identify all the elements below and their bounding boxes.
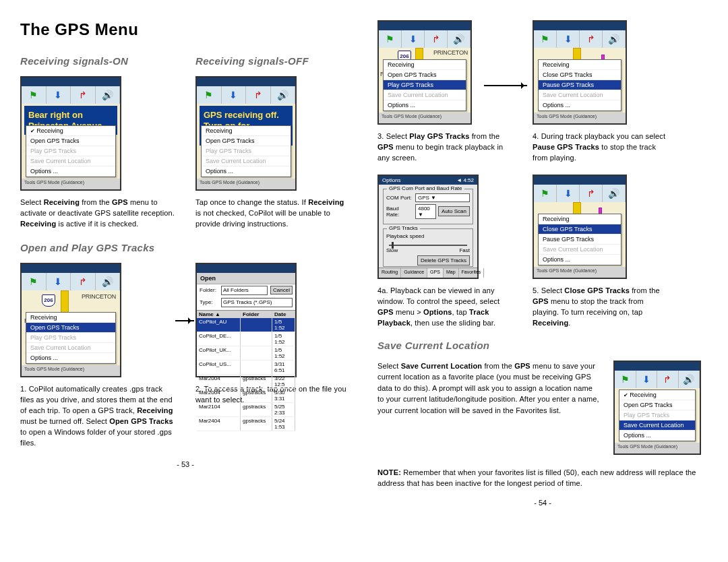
location-icon: ⬇ [402,30,425,48]
caption-step3: 3. Select Play GPS Tracks from the GPS m… [377,131,512,164]
gps-menu-popup: Receiving Open GPS Tracks Play GPS Track… [26,125,116,177]
heading-on: Receiving signals-ON [20,55,175,67]
screenshot-pause-tracks: ⚑ ⬇ ↱ 🔊 Receiving Close GPS Tracks Pause… [533,20,627,125]
toolbar-icons: ⚑ ⬇ ↱ 🔊 [22,86,120,104]
table-row[interactable]: Mar2404gpstracks5/24 1:53 [197,417,295,431]
flag-icon: ⚑ [534,30,557,48]
gps-menu-popup: Receiving Open GPS Tracks Play GPS Track… [26,312,116,364]
nav-icon: ↱ [580,185,603,202]
caption-on: Select Receiving from the GPS menu to ac… [20,197,175,230]
nav-icon: ↱ [425,30,448,48]
sound-icon: 🔊 [96,86,121,104]
dialog-title: Open [197,273,295,284]
menu-save-loc[interactable]: Save Current Location [26,343,115,353]
table-row[interactable]: Mar2004gpstracks3/22 12:5 [197,375,295,389]
location-icon: ⬇ [557,30,580,48]
location-icon: ⬇ [47,273,71,290]
table-row[interactable]: CoPilot_AU1/5 1:52 [197,318,295,332]
page: The GPS Menu Receiving signals-ON ⚑ ⬇ ↱ … [0,0,728,513]
table-row[interactable]: Mar2004gpstracks3/30 3:31 [197,389,295,403]
screenshot-open-dialog: Open Folder: All Folders Cancel Type: GP… [195,263,297,377]
screenshot-receiving-on: ⚑ ⬇ ↱ 🔊 Bear right on Princeton Avenue R… [20,76,121,191]
heading-off: Receiving signals-OFF [195,55,351,67]
com-port-select[interactable]: GPS ▼ [415,193,470,202]
nav-icon: ↱ [71,86,96,104]
caption-step5: 5. Select Close GPS Tracks from the GPS … [533,286,667,329]
arrow-icon [484,85,527,86]
caption-off: Tap once to change the status. If Receiv… [195,197,351,230]
menu-open-tracks[interactable]: Open GPS Tracks [202,136,291,146]
sound-icon: 🔊 [603,185,626,202]
menu-play-tracks[interactable]: Play GPS Tracks [202,146,291,156]
sound-icon: 🔊 [603,30,626,48]
gps-menu-popup: Receiving Open GPS Tracks Play GPS Track… [201,125,291,177]
table-row[interactable]: CoPilot_US...3/31 6:51 [197,361,295,375]
location-icon: ⬇ [222,86,247,104]
table-row[interactable]: CoPilot_DE...1/5 1:52 [197,332,295,346]
screenshot-options: Options◄ 4:52 GPS Com Port and Baud Rate… [377,175,479,279]
menu-play-tracks[interactable]: Play GPS Tracks [26,333,115,343]
note-text: NOTE: Remember that when your favorites … [377,467,708,489]
delete-tracks-button[interactable]: Delete GPS Tracks [417,255,470,266]
flag-icon: ⚑ [22,273,47,290]
cancel-button[interactable]: Cancel [270,286,293,294]
section-receiving-on: Receiving signals-ON ⚑ ⬇ ↱ 🔊 Bear right … [20,50,175,230]
right-column: ⚑ ⬇ ↱ 🔊 206 PRINCETON RRY VALLEY Receivi… [377,20,708,507]
autoscan-button[interactable]: Auto Scan [438,206,470,216]
screenshot-open-tracks: ⚑ ⬇ ↱ 🔊 206 PRINCETON RRY VALLEY Receivi… [20,263,121,377]
map-label: PRINCETON [82,293,116,300]
caption-step1: 1. CoPilot automatically creates .gps tr… [20,384,175,449]
page-title: The GPS Menu [20,20,351,39]
screenshot-receiving-off: ⚑ ⬇ ↱ 🔊 GPS receiving off. Turn on for n… [195,76,297,191]
type-select[interactable]: GPS Tracks (*.GPS) [221,298,293,307]
flag-icon: ⚑ [379,30,402,48]
caption-step4a: 4a. Playback can be viewed in any window… [377,286,512,329]
menu-options[interactable]: Options ... [202,166,291,177]
nav-icon: ↱ [580,30,603,48]
flag-icon: ⚑ [22,86,47,104]
menu-save-loc[interactable]: Save Current Location [26,156,115,166]
location-icon: ⬇ [636,371,658,388]
menu-receiving[interactable]: Receiving [202,126,291,136]
nav-icon: ↱ [657,371,679,388]
heading-save-location: Save Current Location [377,340,708,351]
screenshot-save-location: ⚑ ⬇ ↱ 🔊 206 Receiving Open GPS Tracks Pl… [613,361,701,455]
sound-icon: 🔊 [96,273,121,290]
menu-open-tracks[interactable]: Open GPS Tracks [26,136,115,146]
menu-play-tracks[interactable]: Play GPS Tracks [26,146,115,156]
sound-icon: 🔊 [448,30,471,48]
menu-open-tracks[interactable]: Open GPS Tracks [26,323,115,333]
folder-select[interactable]: All Folders [221,286,268,295]
flag-icon: ⚑ [197,86,222,104]
location-icon: ⬇ [557,185,580,202]
arrow-icon [175,320,194,321]
section-receiving-off: Receiving signals-OFF ⚑ ⬇ ↱ 🔊 GPS receiv… [195,50,351,230]
table-row[interactable]: CoPilot_UK...1/5 1:52 [197,346,295,361]
left-column: The GPS Menu Receiving signals-ON ⚑ ⬇ ↱ … [20,20,351,507]
menu-options[interactable]: Options ... [26,353,115,363]
nav-icon: ↱ [71,273,96,290]
playback-speed-slider[interactable] [389,245,467,246]
sound-icon: 🔊 [271,86,296,104]
options-tabs: Routing Guidance GPS Map Favorites [379,268,477,278]
menu-receiving[interactable]: Receiving [26,313,115,323]
page-number: - 53 - [20,460,351,468]
location-icon: ⬇ [47,86,71,104]
menu-receiving[interactable]: Receiving [26,126,115,136]
flag-icon: ⚑ [615,371,636,388]
route-shield: 206 [42,294,55,307]
screenshot-close-tracks: ⚑ ⬇ ↱ 🔊 Receiving Close GPS Tracks Pause… [533,175,627,279]
file-table: Name ▲ Folder Date CoPilot_AU1/5 1:52 Co… [197,310,295,431]
menu-save-loc[interactable]: Save Current Location [202,156,291,166]
caption-step4: 4. During track playback you can select … [533,131,667,164]
nav-icon: ↱ [246,86,271,104]
table-row[interactable]: Mar2104gpstracks5/25 2:33 [197,403,295,417]
footer-bar: Tools GPS Mode (Guidance) [197,179,295,189]
page-number: - 54 - [377,499,708,507]
menu-options[interactable]: Options ... [26,166,115,177]
baud-select[interactable]: 4800 ▼ [415,204,436,219]
screenshot-play-tracks: ⚑ ⬇ ↱ 🔊 206 PRINCETON RRY VALLEY Receivi… [377,20,472,125]
flag-icon: ⚑ [534,185,557,202]
heading-open-play: Open and Play GPS Tracks [20,242,351,253]
sound-icon: 🔊 [679,371,700,388]
